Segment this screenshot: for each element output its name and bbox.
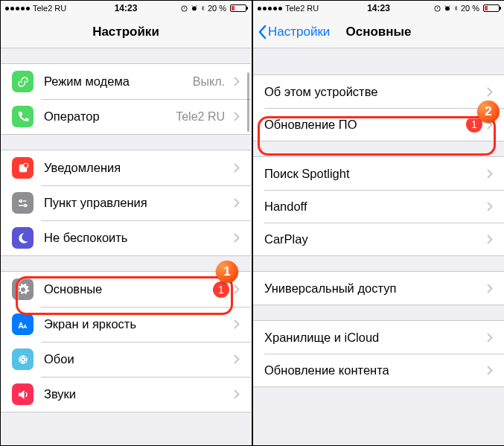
control-center-icon — [12, 192, 34, 214]
moon-icon — [12, 227, 34, 249]
group-accessibility: Универсальный доступ — [253, 271, 504, 305]
text-size-icon: AA — [12, 313, 34, 335]
rotation-lock-icon — [180, 4, 188, 13]
carrier-label: Tele2 RU — [33, 4, 66, 13]
row-display-brightness[interactable]: AA Экран и яркость — [1, 307, 251, 342]
chevron-right-icon — [487, 284, 493, 293]
row-label: Режим модема — [44, 74, 130, 89]
row-label: Не беспокоить — [44, 231, 127, 245]
row-software-update[interactable]: Обновление ПО 1 — [253, 108, 504, 141]
chevron-right-icon — [234, 233, 240, 243]
alarm-icon — [191, 4, 198, 12]
wallpaper-icon — [12, 348, 34, 370]
notifications-icon — [12, 157, 34, 179]
group-notifications: Уведомления Пункт управления Не беспокои… — [1, 150, 251, 256]
row-label: Поиск Spotlight — [264, 167, 350, 181]
row-label: CarPlay — [264, 232, 308, 246]
row-label: Обои — [44, 352, 74, 366]
row-label: Handoff — [264, 200, 307, 214]
chevron-right-icon — [234, 77, 240, 86]
alarm-icon — [444, 4, 451, 12]
row-spotlight[interactable]: Поиск Spotlight — [253, 157, 504, 190]
screenshot-stage: Tele2 RU 14:23 20 % Настройки Режим моде… — [0, 0, 504, 446]
row-carplay[interactable]: CarPlay — [253, 223, 504, 255]
row-label: Обновление контента — [264, 363, 389, 377]
svg-point-4 — [19, 200, 22, 202]
chevron-right-icon — [234, 354, 240, 364]
battery-icon — [230, 4, 246, 12]
battery-icon — [483, 4, 500, 12]
chain-icon — [12, 71, 34, 92]
chevron-right-icon — [234, 163, 240, 173]
bluetooth-icon — [453, 4, 459, 13]
navbar: Настройки — [1, 16, 251, 48]
row-personal-hotspot[interactable]: Режим модема Выкл. — [1, 64, 251, 99]
battery-percent: 20 % — [461, 4, 479, 13]
page-title: Настройки — [92, 25, 159, 39]
chevron-right-icon — [234, 198, 240, 208]
chevron-right-icon — [234, 389, 240, 399]
svg-point-1 — [192, 7, 197, 11]
row-handoff[interactable]: Handoff — [253, 190, 504, 223]
chevron-right-icon — [234, 284, 240, 294]
row-badge: 1 — [213, 281, 229, 298]
row-label: Основные — [44, 282, 102, 296]
chevron-right-icon — [234, 319, 240, 329]
row-label: Уведомления — [44, 161, 121, 175]
chevron-right-icon — [487, 169, 493, 179]
chevron-right-icon — [487, 235, 493, 244]
back-label: Настройки — [268, 25, 330, 39]
group-about: Об этом устройстве Обновление ПО 1 — [253, 74, 504, 141]
row-about[interactable]: Об этом устройстве — [253, 75, 504, 108]
row-badge: 1 — [466, 116, 482, 133]
row-label: Хранилище и iCloud — [264, 331, 379, 345]
row-storage-icloud[interactable]: Хранилище и iCloud — [253, 321, 504, 354]
group-general: Основные 1 AA Экран и яркость Обои Звуки — [1, 271, 251, 412]
group-storage: Хранилище и iCloud Обновление контента — [253, 320, 504, 387]
chevron-right-icon — [487, 333, 493, 343]
row-general[interactable]: Основные 1 — [1, 272, 251, 307]
svg-text:A: A — [23, 322, 28, 329]
row-label: Обновление ПО — [264, 118, 357, 132]
row-accessibility[interactable]: Универсальный доступ — [253, 272, 504, 305]
scroll-indicator — [247, 72, 249, 132]
svg-point-3 — [23, 163, 28, 168]
sound-icon — [12, 383, 34, 405]
row-do-not-disturb[interactable]: Не беспокоить — [1, 220, 251, 255]
gear-icon — [12, 278, 34, 300]
svg-point-8 — [19, 355, 27, 363]
page-title: Основные — [345, 25, 411, 39]
navbar: Настройки Основные — [253, 16, 504, 48]
status-time: 14:23 — [367, 3, 390, 13]
row-sounds[interactable]: Звуки — [1, 377, 251, 412]
phone-icon — [12, 106, 34, 127]
row-control-center[interactable]: Пункт управления — [1, 185, 251, 220]
row-wallpaper[interactable]: Обои — [1, 342, 251, 377]
row-notifications[interactable]: Уведомления — [1, 150, 251, 185]
row-carrier[interactable]: Оператор Tele2 RU — [1, 99, 251, 134]
chevron-right-icon — [487, 202, 493, 211]
row-background-refresh[interactable]: Обновление контента — [253, 354, 504, 386]
phone-settings-root: Tele2 RU 14:23 20 % Настройки Режим моде… — [1, 1, 251, 445]
row-label: Экран и яркость — [44, 317, 136, 331]
signal-strength-icon — [258, 7, 282, 10]
phone-general: Tele2 RU 14:23 20 % Настройки Основные О… — [253, 1, 504, 445]
group-connectivity: Режим модема Выкл. Оператор Tele2 RU — [1, 63, 251, 135]
battery-percent: 20 % — [208, 4, 226, 13]
row-label: Звуки — [44, 387, 76, 401]
svg-point-5 — [24, 204, 26, 206]
chevron-left-icon — [258, 25, 267, 39]
row-label: Универсальный доступ — [264, 281, 396, 296]
group-search: Поиск Spotlight Handoff CarPlay — [253, 156, 504, 256]
back-button[interactable]: Настройки — [258, 25, 330, 39]
status-bar: Tele2 RU 14:23 20 % — [1, 1, 251, 16]
chevron-right-icon — [487, 120, 493, 130]
status-bar: Tele2 RU 14:23 20 % — [253, 1, 504, 16]
rotation-lock-icon — [433, 4, 441, 13]
chevron-right-icon — [487, 366, 493, 375]
chevron-right-icon — [234, 112, 240, 121]
row-label: Об этом устройстве — [264, 85, 377, 99]
row-detail: Tele2 RU — [176, 110, 225, 124]
row-label: Пункт управления — [44, 196, 147, 210]
chevron-right-icon — [487, 87, 493, 97]
